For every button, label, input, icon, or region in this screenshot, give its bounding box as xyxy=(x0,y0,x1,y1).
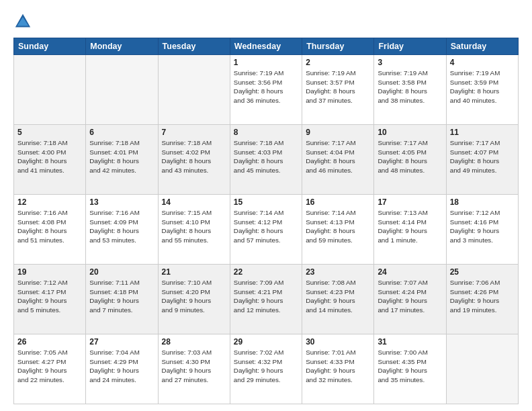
calendar-day-cell: 12Sunrise: 7:16 AM Sunset: 4:08 PM Dayli… xyxy=(14,195,86,265)
calendar-day-cell: 19Sunrise: 7:12 AM Sunset: 4:17 PM Dayli… xyxy=(14,265,86,334)
calendar-day-cell: 20Sunrise: 7:11 AM Sunset: 4:18 PM Dayli… xyxy=(86,265,158,334)
day-info: Sunrise: 7:19 AM Sunset: 3:58 PM Dayligh… xyxy=(378,68,442,105)
day-info: Sunrise: 7:04 AM Sunset: 4:29 PM Dayligh… xyxy=(89,348,154,385)
day-info: Sunrise: 7:03 AM Sunset: 4:30 PM Dayligh… xyxy=(162,348,226,385)
day-info: Sunrise: 7:12 AM Sunset: 4:16 PM Dayligh… xyxy=(450,208,515,245)
day-number: 24 xyxy=(378,267,442,277)
calendar-day-cell: 11Sunrise: 7:17 AM Sunset: 4:07 PM Dayli… xyxy=(446,125,518,195)
day-info: Sunrise: 7:14 AM Sunset: 4:13 PM Dayligh… xyxy=(306,208,370,245)
calendar-week-row: 1Sunrise: 7:19 AM Sunset: 3:56 PM Daylig… xyxy=(14,55,519,125)
calendar-day-cell: 25Sunrise: 7:06 AM Sunset: 4:26 PM Dayli… xyxy=(446,265,518,334)
calendar-day-cell: 16Sunrise: 7:14 AM Sunset: 4:13 PM Dayli… xyxy=(302,195,374,265)
calendar-week-row: 26Sunrise: 7:05 AM Sunset: 4:27 PM Dayli… xyxy=(14,334,519,404)
calendar-day-cell: 8Sunrise: 7:18 AM Sunset: 4:03 PM Daylig… xyxy=(230,125,302,195)
calendar-day-cell: 22Sunrise: 7:09 AM Sunset: 4:21 PM Dayli… xyxy=(230,265,302,334)
day-number: 11 xyxy=(450,128,515,137)
day-number: 9 xyxy=(306,128,370,137)
calendar-day-cell: 21Sunrise: 7:10 AM Sunset: 4:20 PM Dayli… xyxy=(158,265,230,334)
day-number: 27 xyxy=(89,337,154,347)
day-number: 14 xyxy=(162,197,226,207)
calendar-day-cell: 24Sunrise: 7:07 AM Sunset: 4:24 PM Dayli… xyxy=(374,265,446,334)
day-info: Sunrise: 7:02 AM Sunset: 4:32 PM Dayligh… xyxy=(234,348,298,385)
calendar-day-cell: 6Sunrise: 7:18 AM Sunset: 4:01 PM Daylig… xyxy=(86,125,158,195)
calendar-day-header: Wednesday xyxy=(230,38,302,55)
day-info: Sunrise: 7:16 AM Sunset: 4:09 PM Dayligh… xyxy=(89,208,154,245)
day-number: 31 xyxy=(378,337,442,347)
day-number: 22 xyxy=(234,267,298,277)
calendar-day-cell xyxy=(14,55,86,125)
day-info: Sunrise: 7:01 AM Sunset: 4:33 PM Dayligh… xyxy=(306,348,370,385)
day-info: Sunrise: 7:18 AM Sunset: 4:02 PM Dayligh… xyxy=(162,138,226,175)
calendar-day-cell: 15Sunrise: 7:14 AM Sunset: 4:12 PM Dayli… xyxy=(230,195,302,265)
day-number: 29 xyxy=(234,337,298,347)
day-info: Sunrise: 7:16 AM Sunset: 4:08 PM Dayligh… xyxy=(17,208,82,245)
calendar-day-cell: 29Sunrise: 7:02 AM Sunset: 4:32 PM Dayli… xyxy=(230,334,302,404)
day-number: 1 xyxy=(234,58,298,67)
day-info: Sunrise: 7:10 AM Sunset: 4:20 PM Dayligh… xyxy=(162,278,226,315)
day-number: 25 xyxy=(450,267,515,277)
day-number: 2 xyxy=(306,58,370,67)
calendar-day-header: Thursday xyxy=(302,38,374,55)
calendar-week-row: 5Sunrise: 7:18 AM Sunset: 4:00 PM Daylig… xyxy=(14,125,519,195)
day-number: 17 xyxy=(378,197,442,207)
logo-icon xyxy=(13,12,32,31)
day-info: Sunrise: 7:18 AM Sunset: 4:00 PM Dayligh… xyxy=(17,138,82,175)
day-info: Sunrise: 7:12 AM Sunset: 4:17 PM Dayligh… xyxy=(17,278,82,315)
calendar-table: SundayMondayTuesdayWednesdayThursdayFrid… xyxy=(13,38,519,404)
day-info: Sunrise: 7:11 AM Sunset: 4:18 PM Dayligh… xyxy=(89,278,154,315)
day-info: Sunrise: 7:19 AM Sunset: 3:59 PM Dayligh… xyxy=(450,68,515,105)
day-info: Sunrise: 7:13 AM Sunset: 4:14 PM Dayligh… xyxy=(378,208,442,245)
calendar-day-cell: 31Sunrise: 7:00 AM Sunset: 4:35 PM Dayli… xyxy=(374,334,446,404)
day-number: 30 xyxy=(306,337,370,347)
calendar-day-header: Friday xyxy=(374,38,446,55)
day-number: 21 xyxy=(162,267,226,277)
calendar-day-header: Saturday xyxy=(446,38,518,55)
day-number: 15 xyxy=(234,197,298,207)
day-info: Sunrise: 7:00 AM Sunset: 4:35 PM Dayligh… xyxy=(378,348,442,385)
day-number: 7 xyxy=(162,128,226,137)
day-number: 19 xyxy=(17,267,82,277)
day-info: Sunrise: 7:17 AM Sunset: 4:07 PM Dayligh… xyxy=(450,138,515,175)
calendar-day-cell: 14Sunrise: 7:15 AM Sunset: 4:10 PM Dayli… xyxy=(158,195,230,265)
calendar-day-cell: 9Sunrise: 7:17 AM Sunset: 4:04 PM Daylig… xyxy=(302,125,374,195)
calendar-day-cell: 28Sunrise: 7:03 AM Sunset: 4:30 PM Dayli… xyxy=(158,334,230,404)
day-info: Sunrise: 7:05 AM Sunset: 4:27 PM Dayligh… xyxy=(17,348,82,385)
day-number: 6 xyxy=(89,128,154,137)
calendar-day-cell: 2Sunrise: 7:19 AM Sunset: 3:57 PM Daylig… xyxy=(302,55,374,125)
day-info: Sunrise: 7:19 AM Sunset: 3:56 PM Dayligh… xyxy=(234,68,298,105)
day-info: Sunrise: 7:17 AM Sunset: 4:04 PM Dayligh… xyxy=(306,138,370,175)
calendar-day-cell: 4Sunrise: 7:19 AM Sunset: 3:59 PM Daylig… xyxy=(446,55,518,125)
day-number: 3 xyxy=(378,58,442,67)
day-info: Sunrise: 7:09 AM Sunset: 4:21 PM Dayligh… xyxy=(234,278,298,315)
calendar-day-cell: 23Sunrise: 7:08 AM Sunset: 4:23 PM Dayli… xyxy=(302,265,374,334)
calendar-day-cell: 7Sunrise: 7:18 AM Sunset: 4:02 PM Daylig… xyxy=(158,125,230,195)
day-number: 23 xyxy=(306,267,370,277)
calendar-day-cell xyxy=(158,55,230,125)
calendar-day-cell: 26Sunrise: 7:05 AM Sunset: 4:27 PM Dayli… xyxy=(14,334,86,404)
day-number: 16 xyxy=(306,197,370,207)
day-number: 5 xyxy=(17,128,82,137)
calendar-day-cell xyxy=(446,334,518,404)
calendar-day-cell xyxy=(86,55,158,125)
day-number: 8 xyxy=(234,128,298,137)
day-number: 28 xyxy=(162,337,226,347)
day-number: 4 xyxy=(450,58,515,67)
page: SundayMondayTuesdayWednesdayThursdayFrid… xyxy=(0,0,532,411)
calendar-day-cell: 30Sunrise: 7:01 AM Sunset: 4:33 PM Dayli… xyxy=(302,334,374,404)
calendar-day-cell: 5Sunrise: 7:18 AM Sunset: 4:00 PM Daylig… xyxy=(14,125,86,195)
day-info: Sunrise: 7:14 AM Sunset: 4:12 PM Dayligh… xyxy=(234,208,298,245)
day-number: 26 xyxy=(17,337,82,347)
calendar-week-row: 19Sunrise: 7:12 AM Sunset: 4:17 PM Dayli… xyxy=(14,265,519,334)
logo xyxy=(13,12,35,31)
day-info: Sunrise: 7:18 AM Sunset: 4:01 PM Dayligh… xyxy=(89,138,154,175)
calendar-day-cell: 13Sunrise: 7:16 AM Sunset: 4:09 PM Dayli… xyxy=(86,195,158,265)
day-info: Sunrise: 7:07 AM Sunset: 4:24 PM Dayligh… xyxy=(378,278,442,315)
calendar-day-cell: 1Sunrise: 7:19 AM Sunset: 3:56 PM Daylig… xyxy=(230,55,302,125)
calendar-day-cell: 17Sunrise: 7:13 AM Sunset: 4:14 PM Dayli… xyxy=(374,195,446,265)
day-number: 20 xyxy=(89,267,154,277)
day-info: Sunrise: 7:17 AM Sunset: 4:05 PM Dayligh… xyxy=(378,138,442,175)
header xyxy=(13,12,519,31)
day-info: Sunrise: 7:15 AM Sunset: 4:10 PM Dayligh… xyxy=(162,208,226,245)
calendar-day-cell: 18Sunrise: 7:12 AM Sunset: 4:16 PM Dayli… xyxy=(446,195,518,265)
calendar-day-cell: 27Sunrise: 7:04 AM Sunset: 4:29 PM Dayli… xyxy=(86,334,158,404)
